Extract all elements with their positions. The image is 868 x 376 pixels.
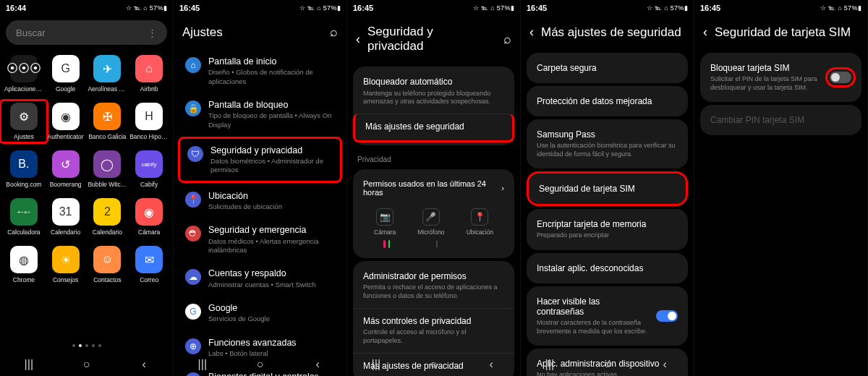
app-bubble-witch-[interactable]: ◯Bubble Witch.. (87, 150, 129, 188)
app-c-mara[interactable]: ◉Cámara (128, 198, 170, 236)
home-button[interactable]: ○ (427, 358, 440, 371)
home-button[interactable]: ○ (600, 358, 613, 371)
search-icon[interactable] (330, 25, 338, 40)
app-airbnb[interactable]: ⌂Airbnb (128, 55, 170, 93)
permissions-24h-title: Permisos usados en las últimas 24 horas (363, 179, 501, 197)
app-calculadora[interactable]: +−×÷Calculadora (3, 198, 45, 236)
clock: 16:45 (179, 4, 200, 12)
app-banco-hipotec-[interactable]: HBanco Hipotec.. (128, 103, 170, 140)
card-permissions: Permisos usados en las últimas 24 horas … (353, 169, 514, 258)
app-consejos[interactable]: ☀Consejos (45, 246, 87, 283)
row-icon: ⛑ (185, 226, 201, 242)
settings-row-ubicaci-n[interactable]: 📍UbicaciónSolicitudes de ubicación (178, 184, 342, 218)
more-security-list: Carpeta seguraProtección de datos mejora… (521, 53, 694, 376)
item-bloquear-tarjeta-sim[interactable]: Bloquear tarjeta SIMSolicitar el PIN de … (700, 53, 861, 102)
more-icon[interactable]: ⋮ (148, 27, 157, 38)
app-icon: ✉ (135, 246, 163, 273)
app-calendario[interactable]: 2Calendario (87, 198, 129, 236)
app-label: Boomerang (50, 181, 82, 188)
item-hacer-visible-las-contrase-as[interactable]: Hacer visible las contraseñasMostrar car… (527, 286, 688, 346)
back-button[interactable]: ‹ (137, 358, 150, 371)
home-button[interactable]: ○ (80, 358, 93, 371)
settings-row-pantalla-de-bloqueo[interactable]: 🔒Pantalla de bloqueoTipo de bloqueo de p… (178, 93, 342, 135)
app-label: Google (56, 85, 75, 93)
nav-bar: ||| ○ ‹ (347, 353, 520, 376)
back-button[interactable]: ‹ (485, 358, 498, 371)
home-button[interactable]: ○ (253, 358, 266, 371)
row-icon: ☁ (185, 269, 201, 285)
panel-settings: 16:45 ☆ ℡ ⌂ 57%▮ Ajustes ⌂Pantalla de in… (174, 0, 347, 376)
item-seguridad-de-tarjeta-sim[interactable]: Seguridad de tarjeta SIM (527, 171, 688, 206)
nav-bar: ||| ○ ‹ (521, 353, 694, 376)
app-chrome[interactable]: ◍Chrome (3, 246, 45, 283)
row-icon: 🛡 (187, 146, 203, 162)
settings-row-google[interactable]: GGoogleServicios de Google (178, 296, 342, 330)
item-title: Carpeta segura (537, 63, 678, 73)
perm-col-micrófono[interactable]: 🎤Micrófono (417, 208, 444, 236)
search-icon[interactable] (503, 32, 511, 47)
app-correo[interactable]: ✉Correo (128, 246, 170, 283)
app-aplicaciones-d-[interactable]: ⦿⦿⦿Aplicaciones d.. (3, 55, 45, 93)
status-bar: 16:44 ☆ ℡ ⌂ 57%▮ (0, 0, 173, 16)
app-label: Cabify (140, 181, 158, 188)
app-label: Correo (140, 276, 158, 283)
permissions-24h-row[interactable]: Permisos usados en las últimas 24 horas (353, 172, 514, 204)
app-authenticator[interactable]: ◉Authenticator (45, 103, 87, 140)
recents-button[interactable]: ||| (543, 358, 556, 371)
item-protecci-n-de-datos-mejorada[interactable]: Protección de datos mejorada (527, 86, 688, 116)
status-bar: 16:45 ☆ ℡ ⌂ 57%▮ (521, 0, 694, 16)
settings-list: ⌂Pantalla de inicioDiseño • Globos de no… (174, 50, 346, 376)
row-title: Funciones avanzadas (208, 337, 335, 349)
settings-row-seguridad-y-emergencia[interactable]: ⛑Seguridad y emergenciaDatos médicos • A… (178, 218, 342, 260)
recents-button[interactable]: ||| (22, 358, 35, 371)
card-item[interactable]: Más controles de privacidadControle el a… (353, 308, 514, 353)
app-icon: ⦿⦿⦿ (10, 55, 38, 82)
recents-button[interactable]: ||| (370, 358, 383, 371)
toggle[interactable] (830, 72, 851, 83)
app-aerol-neas-arg-[interactable]: ✈Aerolíneas Arg.. (87, 55, 129, 93)
app-contactos[interactable]: ☺Contactos (87, 246, 129, 283)
card-item[interactable]: Bloqueador automáticoMantenga su teléfon… (353, 69, 514, 114)
toggle[interactable] (656, 310, 678, 322)
item-samsung-pass[interactable]: Samsung PassUse la autenticación biométr… (527, 119, 688, 168)
back-button[interactable]: ‹ (658, 358, 671, 371)
app-boomerang[interactable]: ↺Boomerang (45, 150, 87, 188)
perm-col-cámara[interactable]: 📷Cámara (374, 208, 396, 236)
settings-row-seguridad-y-privacidad[interactable]: 🛡Seguridad y privacidadDatos biométricos… (178, 137, 342, 183)
app-banco-galicia[interactable]: ✠Banco Galicia (87, 103, 129, 140)
page-title: Seguridad de tarjeta SIM (715, 25, 851, 40)
app-google[interactable]: GGoogle (45, 55, 87, 93)
app-calendario[interactable]: 31Calendario (45, 198, 87, 236)
item-sub: Solicitar el PIN de la tarjeta SIM para … (710, 75, 822, 92)
row-icon: ⌂ (185, 57, 201, 73)
recents-button[interactable]: ||| (196, 358, 209, 371)
item-instalar-aplic-desconocidas[interactable]: Instalar aplic. desconocidas (527, 253, 688, 283)
card-item-title: Más controles de privacidad (363, 316, 504, 328)
card-item[interactable]: Más ajustes de seguridad (353, 114, 514, 142)
back-arrow-icon[interactable]: ‹ (356, 32, 360, 47)
back-button[interactable]: ‹ (311, 358, 324, 371)
item-carpeta-segura[interactable]: Carpeta segura (527, 53, 688, 83)
app-label: Authenticator (48, 133, 84, 140)
app-icon: ◉ (135, 198, 163, 226)
settings-row-cuentas-y-respaldo[interactable]: ☁Cuentas y respaldoAdministrar cuentas •… (178, 262, 342, 295)
row-sub: Administrar cuentas • Smart Switch (208, 281, 335, 289)
app-booking-com[interactable]: B.Booking.com (3, 150, 45, 188)
back-arrow-icon[interactable]: ‹ (703, 25, 707, 40)
search-pill[interactable]: Buscar ⋮ (6, 20, 167, 45)
panel-home: 16:44 ☆ ℡ ⌂ 57%▮ Buscar ⋮ ⦿⦿⦿Aplicacione… (0, 0, 174, 376)
back-arrow-icon[interactable]: ‹ (529, 25, 534, 40)
page-title: Más ajustes de seguridad (541, 25, 681, 40)
item-encriptar-tarjeta-de-memoria[interactable]: Encriptar tarjeta de memoriaPreparado pa… (527, 209, 688, 250)
card-item[interactable]: Administrador de permisosPermita o recha… (353, 264, 514, 308)
row-sub: Diseño • Globos de notificación de aplic… (208, 68, 335, 86)
settings-row-pantalla-de-inicio[interactable]: ⌂Pantalla de inicioDiseño • Globos de no… (178, 50, 342, 92)
app-cabify[interactable]: cabifyCabify (128, 150, 170, 188)
row-title: Google (208, 302, 335, 314)
item-title: Seguridad de tarjeta SIM (539, 184, 676, 194)
app-icon: ↺ (52, 150, 80, 178)
app-ajustes[interactable]: ⚙Ajustes (0, 99, 48, 144)
app-icon: ◉ (52, 103, 80, 130)
perm-col-ubicación[interactable]: 📍Ubicación (467, 208, 493, 236)
item-sub: Preparado para encriptar (537, 231, 678, 240)
